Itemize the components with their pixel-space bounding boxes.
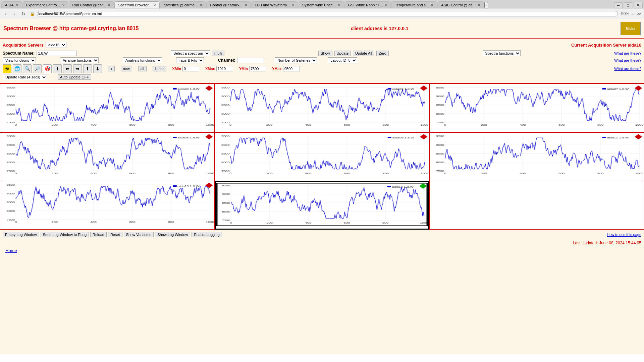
zoom-out-icon-btn[interactable]: 🔎 <box>33 64 42 73</box>
spectrum-name-label: Spectrum Name: <box>3 51 35 56</box>
zoom-in-icon-btn[interactable]: 🔍 <box>23 64 32 73</box>
tab-led[interactable]: LED and Waveform...✕ <box>251 1 298 8</box>
tab-control[interactable]: Control @ carme-...✕ <box>206 1 251 8</box>
close-icon[interactable]: ✕ <box>62 3 65 7</box>
enable-logging-button[interactable]: Enable Logging <box>192 232 222 237</box>
close-icon[interactable]: ✕ <box>384 3 387 7</box>
show-variables-button[interactable]: Show Variables <box>124 232 154 237</box>
address-input[interactable] <box>37 11 618 16</box>
tab-stats[interactable]: Statistics @ carme...✕ <box>160 1 206 8</box>
tab-bar: AIDA✕ Experiment Contro...✕ Run Control … <box>0 0 644 8</box>
acquisition-server-select[interactable]: aida16 <box>46 42 66 48</box>
multi-button[interactable]: multi <box>212 51 224 56</box>
xmax-label: XMax <box>205 67 215 71</box>
new-button[interactable]: new <box>121 66 132 71</box>
send-log-button[interactable]: Send Log Window to ELog <box>41 232 89 237</box>
chart-grid <box>0 83 644 230</box>
chart-cell-aida03[interactable] <box>0 84 215 132</box>
prev-icon-btn[interactable]: ⬅ <box>63 64 72 73</box>
page-title: Spectrum Browser @ http carme-gsi.cryrin… <box>3 25 139 32</box>
refresh-globe-icon-btn[interactable]: 🌐 <box>13 64 21 73</box>
close-icon[interactable]: ✕ <box>431 3 433 7</box>
select-spectrum-dropdown[interactable]: Select a spectrum <box>171 50 210 56</box>
channel-input[interactable] <box>237 58 264 63</box>
xmax-input[interactable] <box>216 66 233 71</box>
reload-button[interactable]: Reload <box>90 232 107 237</box>
update-all-button[interactable]: Update All <box>353 51 374 56</box>
view-functions-dropdown[interactable]: View functions <box>3 57 36 63</box>
home-link[interactable]: Home <box>3 247 20 254</box>
target-icon-btn[interactable]: 🎯 <box>43 64 52 73</box>
update-button[interactable]: Update <box>334 51 351 56</box>
refresh-button[interactable]: ↻ <box>19 10 28 17</box>
ymax-label: YMax <box>272 67 282 71</box>
xmin-label: XMin <box>172 67 181 71</box>
close-icon[interactable]: ✕ <box>478 3 480 7</box>
how-to-link[interactable]: How to use this page <box>607 233 641 237</box>
chart-cell-aida13[interactable] <box>0 181 215 230</box>
tab-asic[interactable]: ASIC Control @ ca...✕ <box>437 1 484 8</box>
close-window-button[interactable]: ✕ <box>634 2 643 8</box>
chart-cell-aida07[interactable] <box>429 84 644 132</box>
last-updated: Last Updated: June 08, 2024 15:44:05 <box>0 239 644 247</box>
tab-exp[interactable]: Experiment Contro...✕ <box>22 1 68 8</box>
spectrum-name-input[interactable] <box>37 51 77 56</box>
xmin-input[interactable] <box>182 66 199 71</box>
page-header: Spectrum Browser @ http carme-gsi.cryrin… <box>0 19 644 39</box>
show-button[interactable]: Show <box>318 51 332 56</box>
what-are-these-3[interactable]: What are these? <box>614 67 641 71</box>
tab-temp[interactable]: Temperature and s...✕ <box>391 1 437 8</box>
tab-spectrum[interactable]: Spectrum Browser...✕ <box>114 1 160 8</box>
all-button[interactable]: all <box>138 66 147 71</box>
up-icon-btn[interactable]: ⬆ <box>83 64 92 73</box>
radiation-icon-btn[interactable]: ☢ <box>3 64 11 73</box>
update-rate-dropdown[interactable]: Update Rate (4 secs) <box>3 74 47 80</box>
layout-id-dropdown[interactable]: Layout ID=8 <box>328 57 357 63</box>
minimize-button[interactable]: ─ <box>614 2 623 8</box>
arrange-functions-dropdown[interactable]: Arrange functions <box>60 57 99 63</box>
chart-cell-empty[interactable] <box>429 181 644 230</box>
close-icon[interactable]: ✕ <box>292 3 294 7</box>
chart-canvas-aida03 <box>1 85 214 128</box>
auto-update-button[interactable]: Auto Update OFF <box>58 74 91 80</box>
add-tab-button[interactable]: + <box>484 2 488 8</box>
tab-system[interactable]: System wide Chec...✕ <box>299 1 344 8</box>
what-are-these-1[interactable]: What are these? <box>614 51 641 55</box>
reset-button[interactable]: Reset <box>108 232 122 237</box>
spectra-functions-dropdown[interactable]: Spectra functions <box>483 50 521 56</box>
close-icon[interactable]: ✕ <box>16 3 18 7</box>
tab-gsi[interactable]: GSI White Rabbit T...✕ <box>344 1 391 8</box>
linear-button[interactable]: linear <box>153 66 166 71</box>
show-log-button[interactable]: Show Log Window <box>155 232 190 237</box>
chart-cell-aida09[interactable] <box>215 132 429 181</box>
chart-cell-aida03b[interactable] <box>215 84 429 132</box>
tags-fits-dropdown[interactable]: Tags & Fits <box>176 57 204 63</box>
tab-aida[interactable]: AIDA✕ <box>1 1 22 8</box>
ymax-input[interactable] <box>283 66 300 71</box>
zero-button[interactable]: Zero <box>376 51 389 56</box>
down-icon-btn[interactable]: ⬇ <box>93 64 102 73</box>
bottom-bar: Empty Log Window Send Log Window to ELog… <box>0 230 644 239</box>
maximize-button[interactable]: □ <box>624 2 632 8</box>
empty-log-button[interactable]: Empty Log Window <box>3 232 39 237</box>
next-icon-btn[interactable]: ➡ <box>73 64 82 73</box>
x-button[interactable]: x <box>108 66 115 71</box>
chart-cell-aida11[interactable] <box>429 132 644 181</box>
back-button[interactable]: ‹ <box>3 10 9 17</box>
close-icon[interactable]: ✕ <box>153 3 156 7</box>
chart-cell-aida14[interactable] <box>215 181 429 230</box>
close-icon[interactable]: ✕ <box>200 3 202 7</box>
close-icon[interactable]: ✕ <box>338 3 340 7</box>
browser-chrome: AIDA✕ Experiment Contro...✕ Run Control … <box>0 0 644 19</box>
info-icon-btn[interactable]: ℹ <box>53 64 62 73</box>
analysis-functions-dropdown[interactable]: Analysis functions <box>123 57 162 63</box>
number-galleries-dropdown[interactable]: Number of Galleries <box>275 57 317 63</box>
tab-run[interactable]: Run Control @ car...✕ <box>69 1 114 8</box>
forward-button[interactable]: › <box>11 10 17 17</box>
ymin-input[interactable] <box>249 66 266 71</box>
close-icon[interactable]: ✕ <box>108 3 110 7</box>
chart-cell-aida08[interactable] <box>0 132 215 181</box>
page-content: Spectrum Browser @ http carme-gsi.cryrin… <box>0 19 644 354</box>
what-are-these-2[interactable]: What are these? <box>614 58 641 62</box>
close-icon[interactable]: ✕ <box>245 3 247 7</box>
